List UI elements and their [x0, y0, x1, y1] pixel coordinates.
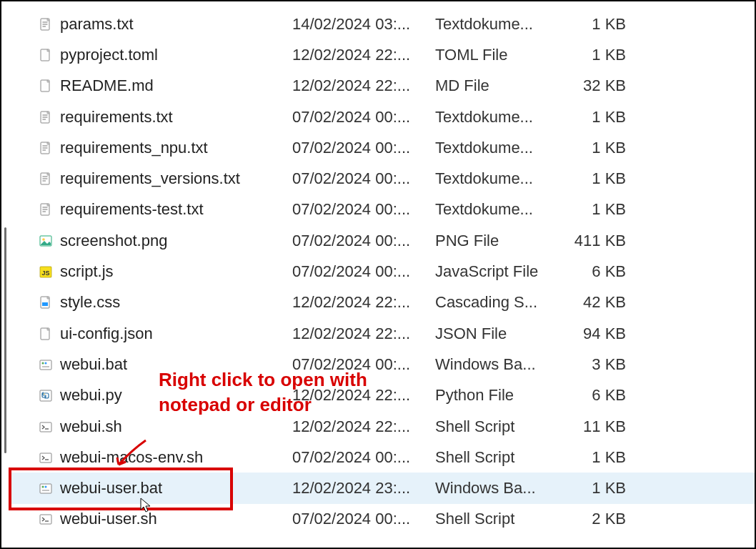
txt-icon	[39, 171, 59, 187]
file-row[interactable]: webui.sh12/02/2024 22:...Shell Script11 …	[10, 411, 755, 442]
file-row[interactable]: ui-config.json12/02/2024 22:...JSON File…	[10, 318, 755, 349]
file-type: Textdokume...	[435, 200, 560, 219]
file-date: 07/02/2024 00:...	[292, 355, 435, 374]
file-size: 1 KB	[560, 479, 632, 498]
file-date: 07/02/2024 00:...	[292, 232, 435, 250]
file-row[interactable]: webui.py12/02/2024 22:...Python File6 KB	[10, 380, 755, 411]
file-name: requirements_versions.txt	[60, 169, 292, 188]
sh-icon	[39, 419, 59, 435]
py-icon	[39, 387, 59, 403]
file-date: 07/02/2024 00:...	[292, 139, 435, 157]
file-date: 07/02/2024 00:...	[292, 262, 435, 281]
file-size: 6 KB	[560, 262, 632, 281]
file-row[interactable]: script.js07/02/2024 00:...JavaScript Fil…	[10, 256, 755, 287]
file-name: webui.bat	[60, 355, 292, 374]
file-date: 12/02/2024 22:...	[292, 386, 435, 405]
css-icon	[39, 295, 59, 310]
file-row[interactable]: webui-user.sh07/02/2024 00:...Shell Scri…	[10, 504, 755, 535]
file-row[interactable]: pyproject.toml12/02/2024 22:...TOML File…	[10, 39, 755, 70]
file-name: ui-config.json	[60, 325, 292, 343]
file-name: webui.py	[60, 386, 292, 405]
file-type: Shell Script	[435, 510, 560, 528]
file-size: 11 KB	[560, 417, 632, 436]
file-type: Shell Script	[435, 417, 560, 436]
file-name: pyproject.toml	[60, 46, 292, 64]
file-date: 12/02/2024 22:...	[292, 46, 435, 64]
file-row[interactable]: screenshot.png07/02/2024 00:...PNG File4…	[10, 225, 755, 256]
file-name: webui-user.bat	[60, 479, 292, 498]
file-row[interactable]: requirements-test.txt07/02/2024 00:...Te…	[10, 194, 755, 225]
file-name: screenshot.png	[60, 232, 292, 250]
toml-icon	[39, 47, 59, 63]
file-date: 07/02/2024 00:...	[292, 169, 435, 188]
file-row[interactable]: requirements_npu.txt07/02/2024 00:...Tex…	[10, 132, 755, 163]
bat-icon	[39, 357, 59, 372]
file-size: 1 KB	[560, 169, 632, 188]
file-type: Textdokume...	[435, 15, 560, 34]
file-name: webui-user.sh	[60, 510, 292, 528]
file-date: 07/02/2024 00:...	[292, 200, 435, 219]
file-type: JSON File	[435, 325, 560, 343]
file-size: 1 KB	[560, 108, 632, 127]
file-listview[interactable]: params.txt14/02/2024 03:...Textdokume...…	[10, 1, 755, 548]
file-size: 411 KB	[560, 232, 632, 250]
file-size: 1 KB	[560, 15, 632, 34]
file-type: PNG File	[435, 232, 560, 250]
txt-icon	[39, 16, 59, 32]
scrollbar-thumb[interactable]	[4, 227, 6, 453]
file-row[interactable]: params.txt14/02/2024 03:...Textdokume...…	[10, 9, 755, 39]
file-type: Shell Script	[435, 448, 560, 467]
file-row[interactable]: webui-user.bat12/02/2024 23:...Windows B…	[10, 473, 755, 503]
file-date: 07/02/2024 00:...	[292, 108, 435, 127]
file-size: 3 KB	[560, 355, 632, 374]
file-size: 32 KB	[560, 76, 632, 95]
file-size: 1 KB	[560, 46, 632, 64]
file-row[interactable]: webui.bat07/02/2024 00:...Windows Ba...3…	[10, 349, 755, 380]
file-type: Windows Ba...	[435, 355, 560, 374]
json-icon	[39, 326, 59, 342]
file-name: requirements_npu.txt	[60, 139, 292, 157]
file-name: script.js	[60, 262, 292, 281]
file-date: 12/02/2024 22:...	[292, 76, 435, 95]
file-type: Textdokume...	[435, 139, 560, 157]
sh-icon	[39, 511, 59, 527]
file-name: webui.sh	[60, 417, 292, 436]
file-name: params.txt	[60, 15, 292, 34]
file-type: JavaScript File	[435, 262, 560, 281]
file-type: TOML File	[435, 46, 560, 64]
sh-icon	[39, 450, 59, 465]
file-type: Windows Ba...	[435, 479, 560, 498]
file-size: 1 KB	[560, 448, 632, 467]
file-date: 07/02/2024 00:...	[292, 448, 435, 467]
file-size: 6 KB	[560, 386, 632, 405]
file-name: webui-macos-env.sh	[60, 448, 292, 467]
md-icon	[39, 78, 59, 94]
file-date: 14/02/2024 03:...	[292, 15, 435, 34]
file-row[interactable]: style.css12/02/2024 22:...Cascading S...…	[10, 287, 755, 318]
file-type: Textdokume...	[435, 108, 560, 127]
file-type: Python File	[435, 386, 560, 405]
txt-icon	[39, 140, 59, 156]
file-name: style.css	[60, 293, 292, 312]
txt-icon	[39, 109, 59, 125]
file-size: 94 KB	[560, 325, 632, 343]
file-date: 12/02/2024 22:...	[292, 325, 435, 343]
bat-icon	[39, 480, 59, 496]
file-row[interactable]: requirements_versions.txt07/02/2024 00:.…	[10, 163, 755, 194]
txt-icon	[39, 202, 59, 217]
file-type: Cascading S...	[435, 293, 560, 312]
file-row[interactable]: webui-macos-env.sh07/02/2024 00:...Shell…	[10, 442, 755, 473]
file-row[interactable]: README.md12/02/2024 22:...MD File32 KB	[10, 71, 755, 102]
file-type: Textdokume...	[435, 169, 560, 188]
file-date: 12/02/2024 22:...	[292, 293, 435, 312]
file-size: 1 KB	[560, 139, 632, 157]
js-icon	[39, 264, 59, 280]
png-icon	[39, 233, 59, 249]
file-name: requirements.txt	[60, 108, 292, 127]
file-date: 07/02/2024 00:...	[292, 510, 435, 528]
file-size: 2 KB	[560, 510, 632, 528]
file-size: 42 KB	[560, 293, 632, 312]
file-row[interactable]: requirements.txt07/02/2024 00:...Textdok…	[10, 102, 755, 132]
file-name: README.md	[60, 76, 292, 95]
file-size: 1 KB	[560, 200, 632, 219]
